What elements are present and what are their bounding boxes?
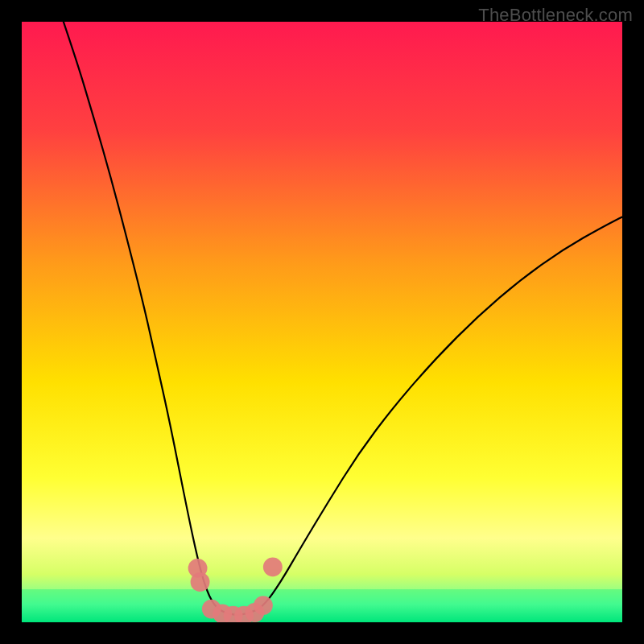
marker-cluster-right-dot — [263, 557, 283, 576]
chart-plot-area — [22, 22, 622, 622]
chart-frame: TheBottleneck.com — [0, 0, 644, 644]
svg-point-1 — [191, 572, 210, 592]
green-band — [22, 589, 622, 622]
chart-background — [22, 22, 622, 622]
watermark-text: TheBottleneck.com — [478, 5, 633, 26]
svg-point-7 — [254, 596, 273, 615]
svg-point-8 — [263, 557, 283, 576]
chart-svg — [22, 22, 622, 622]
